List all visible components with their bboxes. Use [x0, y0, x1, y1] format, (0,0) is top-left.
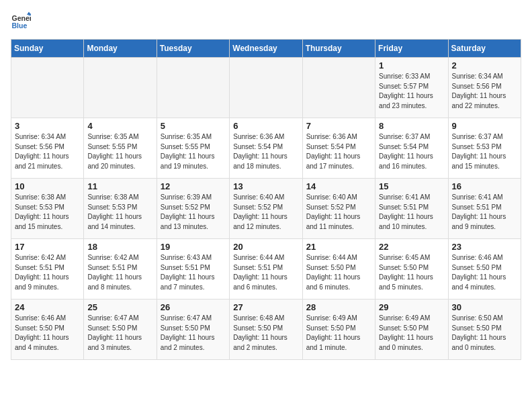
- calendar-cell: 26Sunrise: 6:47 AMSunset: 5:50 PMDayligh…: [157, 300, 229, 360]
- day-info: Sunrise: 6:41 AMSunset: 5:51 PMDaylight:…: [379, 193, 444, 232]
- calendar-week-5: 24Sunrise: 6:46 AMSunset: 5:50 PMDayligh…: [11, 300, 521, 360]
- day-number: 25: [87, 302, 152, 312]
- calendar-cell: 3Sunrise: 6:34 AMSunset: 5:56 PMDaylight…: [11, 118, 84, 179]
- weekday-header-monday: Monday: [84, 40, 157, 58]
- calendar-cell: 12Sunrise: 6:39 AMSunset: 5:52 PMDayligh…: [157, 179, 229, 239]
- day-info: Sunrise: 6:50 AMSunset: 5:50 PMDaylight:…: [452, 314, 517, 353]
- calendar-cell: 27Sunrise: 6:48 AMSunset: 5:50 PMDayligh…: [230, 300, 302, 360]
- calendar-cell: 28Sunrise: 6:49 AMSunset: 5:50 PMDayligh…: [302, 300, 375, 360]
- calendar-cell: 7Sunrise: 6:36 AMSunset: 5:54 PMDaylight…: [302, 118, 375, 179]
- day-info: Sunrise: 6:40 AMSunset: 5:52 PMDaylight:…: [306, 193, 371, 232]
- day-number: 22: [379, 242, 444, 252]
- calendar-cell: 14Sunrise: 6:40 AMSunset: 5:52 PMDayligh…: [302, 179, 375, 239]
- calendar-cell: 1Sunrise: 6:33 AMSunset: 5:57 PMDaylight…: [375, 58, 448, 118]
- day-info: Sunrise: 6:47 AMSunset: 5:50 PMDaylight:…: [161, 314, 226, 353]
- day-info: Sunrise: 6:35 AMSunset: 5:55 PMDaylight:…: [87, 132, 152, 171]
- calendar-cell: 30Sunrise: 6:50 AMSunset: 5:50 PMDayligh…: [448, 300, 521, 360]
- day-info: Sunrise: 6:40 AMSunset: 5:52 PMDaylight:…: [233, 193, 298, 232]
- day-info: Sunrise: 6:41 AMSunset: 5:51 PMDaylight:…: [452, 193, 517, 232]
- day-number: 27: [233, 302, 298, 312]
- day-number: 30: [452, 302, 517, 312]
- day-number: 12: [161, 181, 226, 191]
- day-number: 5: [161, 121, 226, 131]
- calendar-week-4: 17Sunrise: 6:42 AMSunset: 5:51 PMDayligh…: [11, 239, 521, 300]
- calendar-week-1: 1Sunrise: 6:33 AMSunset: 5:57 PMDaylight…: [11, 58, 521, 118]
- weekday-header-thursday: Thursday: [302, 40, 375, 58]
- calendar-cell: 6Sunrise: 6:36 AMSunset: 5:54 PMDaylight…: [230, 118, 302, 179]
- calendar-cell: [302, 58, 375, 118]
- calendar-table: SundayMondayTuesdayWednesdayThursdayFrid…: [11, 39, 521, 360]
- day-info: Sunrise: 6:34 AMSunset: 5:56 PMDaylight:…: [452, 72, 517, 111]
- day-number: 1: [379, 60, 444, 71]
- calendar-cell: 22Sunrise: 6:45 AMSunset: 5:50 PMDayligh…: [375, 239, 448, 300]
- weekday-header-sunday: Sunday: [11, 40, 84, 58]
- day-number: 7: [306, 121, 371, 131]
- day-info: Sunrise: 6:46 AMSunset: 5:50 PMDaylight:…: [452, 253, 517, 292]
- day-number: 2: [452, 60, 517, 71]
- calendar-cell: 13Sunrise: 6:40 AMSunset: 5:52 PMDayligh…: [230, 179, 302, 239]
- page-header: General Blue: [11, 11, 521, 31]
- day-number: 18: [87, 242, 152, 252]
- calendar-cell: 19Sunrise: 6:43 AMSunset: 5:51 PMDayligh…: [157, 239, 229, 300]
- calendar-cell: 23Sunrise: 6:46 AMSunset: 5:50 PMDayligh…: [448, 239, 521, 300]
- day-info: Sunrise: 6:42 AMSunset: 5:51 PMDaylight:…: [15, 253, 80, 292]
- calendar-cell: 8Sunrise: 6:37 AMSunset: 5:54 PMDaylight…: [375, 118, 448, 179]
- calendar-cell: [230, 58, 302, 118]
- day-info: Sunrise: 6:36 AMSunset: 5:54 PMDaylight:…: [306, 132, 371, 171]
- day-number: 3: [15, 121, 80, 131]
- day-info: Sunrise: 6:38 AMSunset: 5:53 PMDaylight:…: [15, 193, 80, 232]
- calendar-cell: [11, 58, 84, 118]
- day-info: Sunrise: 6:38 AMSunset: 5:53 PMDaylight:…: [87, 193, 152, 232]
- weekday-header-wednesday: Wednesday: [230, 40, 302, 58]
- day-number: 24: [15, 302, 80, 312]
- calendar-cell: 20Sunrise: 6:44 AMSunset: 5:51 PMDayligh…: [230, 239, 302, 300]
- day-number: 20: [233, 242, 298, 252]
- day-number: 14: [306, 181, 371, 191]
- day-info: Sunrise: 6:36 AMSunset: 5:54 PMDaylight:…: [233, 132, 298, 171]
- day-info: Sunrise: 6:34 AMSunset: 5:56 PMDaylight:…: [15, 132, 80, 171]
- calendar-cell: 21Sunrise: 6:44 AMSunset: 5:50 PMDayligh…: [302, 239, 375, 300]
- day-info: Sunrise: 6:46 AMSunset: 5:50 PMDaylight:…: [15, 314, 80, 353]
- day-info: Sunrise: 6:48 AMSunset: 5:50 PMDaylight:…: [233, 314, 298, 353]
- day-info: Sunrise: 6:49 AMSunset: 5:50 PMDaylight:…: [306, 314, 371, 353]
- day-number: 26: [161, 302, 226, 312]
- day-number: 29: [379, 302, 444, 312]
- day-info: Sunrise: 6:35 AMSunset: 5:55 PMDaylight:…: [161, 132, 226, 171]
- day-info: Sunrise: 6:43 AMSunset: 5:51 PMDaylight:…: [161, 253, 226, 292]
- day-info: Sunrise: 6:44 AMSunset: 5:51 PMDaylight:…: [233, 253, 298, 292]
- calendar-cell: 10Sunrise: 6:38 AMSunset: 5:53 PMDayligh…: [11, 179, 84, 239]
- calendar-cell: 16Sunrise: 6:41 AMSunset: 5:51 PMDayligh…: [448, 179, 521, 239]
- day-number: 11: [87, 181, 152, 191]
- day-info: Sunrise: 6:42 AMSunset: 5:51 PMDaylight:…: [87, 253, 152, 292]
- calendar-cell: 17Sunrise: 6:42 AMSunset: 5:51 PMDayligh…: [11, 239, 84, 300]
- day-info: Sunrise: 6:37 AMSunset: 5:54 PMDaylight:…: [379, 132, 444, 171]
- logo-icon: General Blue: [11, 11, 31, 31]
- calendar-cell: 25Sunrise: 6:47 AMSunset: 5:50 PMDayligh…: [84, 300, 157, 360]
- day-info: Sunrise: 6:37 AMSunset: 5:53 PMDaylight:…: [452, 132, 517, 171]
- day-info: Sunrise: 6:39 AMSunset: 5:52 PMDaylight:…: [161, 193, 226, 232]
- calendar-cell: 18Sunrise: 6:42 AMSunset: 5:51 PMDayligh…: [84, 239, 157, 300]
- calendar-cell: [84, 58, 157, 118]
- day-number: 19: [161, 242, 226, 252]
- svg-text:Blue: Blue: [12, 21, 28, 30]
- day-info: Sunrise: 6:49 AMSunset: 5:50 PMDaylight:…: [379, 314, 444, 353]
- weekday-header-friday: Friday: [375, 40, 448, 58]
- calendar-cell: 2Sunrise: 6:34 AMSunset: 5:56 PMDaylight…: [448, 58, 521, 118]
- logo: General Blue: [11, 11, 34, 31]
- calendar-cell: 4Sunrise: 6:35 AMSunset: 5:55 PMDaylight…: [84, 118, 157, 179]
- day-number: 17: [15, 242, 80, 252]
- day-info: Sunrise: 6:44 AMSunset: 5:50 PMDaylight:…: [306, 253, 371, 292]
- calendar-cell: 24Sunrise: 6:46 AMSunset: 5:50 PMDayligh…: [11, 300, 84, 360]
- calendar-cell: 29Sunrise: 6:49 AMSunset: 5:50 PMDayligh…: [375, 300, 448, 360]
- calendar-cell: 9Sunrise: 6:37 AMSunset: 5:53 PMDaylight…: [448, 118, 521, 179]
- day-number: 6: [233, 121, 298, 131]
- day-number: 16: [452, 181, 517, 191]
- day-number: 13: [233, 181, 298, 191]
- day-number: 15: [379, 181, 444, 191]
- calendar-cell: 11Sunrise: 6:38 AMSunset: 5:53 PMDayligh…: [84, 179, 157, 239]
- calendar-week-2: 3Sunrise: 6:34 AMSunset: 5:56 PMDaylight…: [11, 118, 521, 179]
- calendar-cell: 5Sunrise: 6:35 AMSunset: 5:55 PMDaylight…: [157, 118, 229, 179]
- day-number: 21: [306, 242, 371, 252]
- day-number: 10: [15, 181, 80, 191]
- calendar-cell: 15Sunrise: 6:41 AMSunset: 5:51 PMDayligh…: [375, 179, 448, 239]
